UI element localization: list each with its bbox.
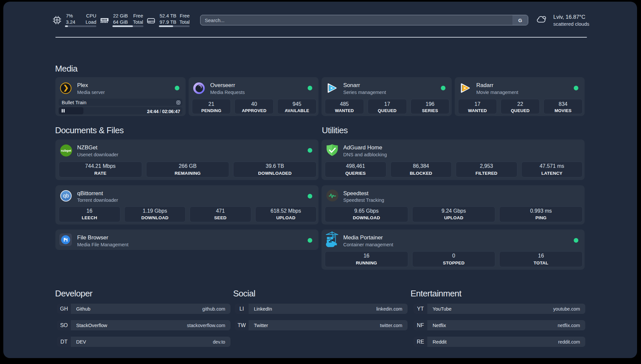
svg-text:qb: qb: [63, 193, 69, 198]
svg-text:nzbget: nzbget: [61, 149, 72, 152]
